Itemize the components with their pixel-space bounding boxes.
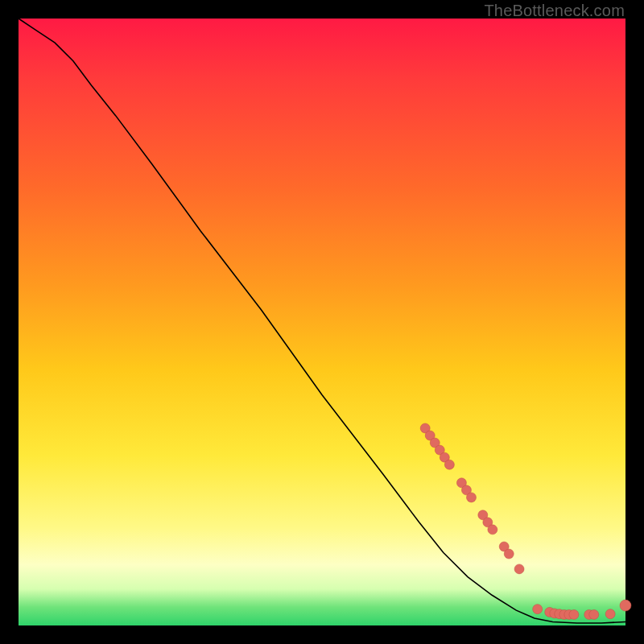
data-point (589, 609, 599, 619)
data-point (488, 525, 497, 535)
data-point (514, 564, 524, 574)
marker-group-outlier (620, 600, 631, 611)
data-point (466, 493, 476, 502)
marker-group-flat (533, 605, 615, 620)
watermark-text: TheBottleneck.com (484, 2, 625, 20)
data-point (533, 605, 543, 614)
chart-svg (19, 19, 625, 625)
data-point (504, 549, 514, 559)
data-point (569, 609, 579, 619)
main-curve (19, 19, 625, 623)
data-point (620, 600, 631, 611)
data-point (605, 609, 615, 619)
data-point (444, 460, 454, 469)
chart-frame: TheBottleneck.com (0, 0, 644, 644)
plot-area (19, 19, 625, 625)
marker-group-descending (420, 423, 524, 574)
